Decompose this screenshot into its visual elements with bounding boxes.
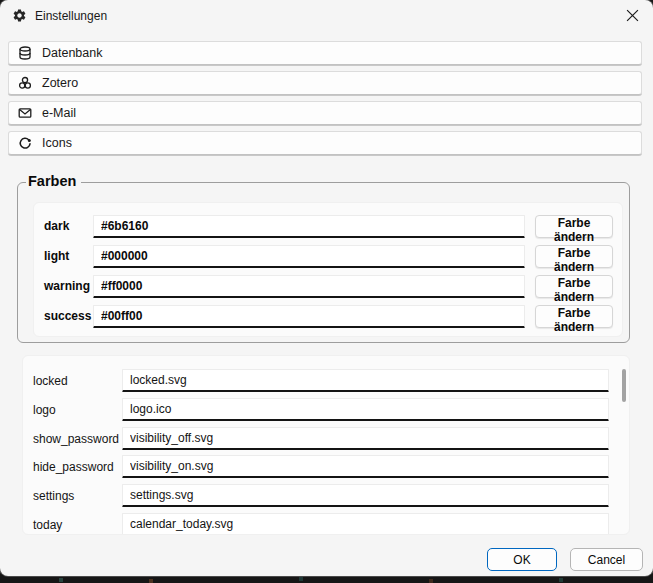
close-icon <box>626 9 639 22</box>
scrollbar-thumb[interactable] <box>622 369 626 402</box>
section-label: Icons <box>42 136 72 150</box>
farben-panel: dark Farbe ändern light Farbe ändern war… <box>33 202 623 337</box>
zotero-icon <box>18 76 32 90</box>
icon-file-label: locked <box>33 374 68 388</box>
icon-files-panel: locked logo show_password hide_password … <box>22 355 630 535</box>
settings-dialog: Einstellungen Datenbank Zotero <box>0 0 653 576</box>
icon-file-input-logo[interactable] <box>122 398 609 421</box>
section-header-zotero[interactable]: Zotero <box>8 71 642 95</box>
section-label: Zotero <box>42 76 78 90</box>
icon-file-input-hide-password[interactable] <box>122 455 609 478</box>
color-row-dark: dark Farbe ändern <box>34 215 622 238</box>
icon-file-row-logo: logo <box>23 398 629 421</box>
color-label: success <box>44 309 91 323</box>
icon-file-input-locked[interactable] <box>122 369 609 392</box>
icon-file-row-today: today <box>23 513 629 535</box>
section-label: Datenbank <box>42 46 102 60</box>
color-row-success: success Farbe ändern <box>34 305 622 328</box>
icon-file-label: settings <box>33 489 74 503</box>
change-color-button-dark[interactable]: Farbe ändern <box>535 215 613 238</box>
change-color-button-success[interactable]: Farbe ändern <box>535 305 613 328</box>
color-value-input-warning[interactable] <box>93 275 525 298</box>
color-row-light: light Farbe ändern <box>34 245 622 268</box>
farben-groupbox: Farben dark Farbe ändern light Farbe änd… <box>17 182 630 343</box>
farben-group-title: Farben <box>26 173 81 189</box>
icon-file-row-locked: locked <box>23 369 629 392</box>
close-button[interactable] <box>611 0 653 31</box>
section-label: e-Mail <box>42 106 76 120</box>
icon-file-input-settings[interactable] <box>122 484 609 507</box>
icon-file-row-settings: settings <box>23 484 629 507</box>
icon-file-row-hide-password: hide_password <box>23 455 629 478</box>
icon-file-input-today[interactable] <box>122 513 609 535</box>
color-label: dark <box>44 219 69 233</box>
cancel-button[interactable]: Cancel <box>570 548 643 571</box>
color-label: warning <box>44 279 90 293</box>
icon-file-label: show_password <box>33 432 119 446</box>
icon-file-label: logo <box>33 403 56 417</box>
icon-file-label: hide_password <box>33 460 114 474</box>
section-header-icons[interactable]: Icons <box>8 131 642 155</box>
icon-file-input-show-password[interactable] <box>122 427 609 450</box>
ok-button[interactable]: OK <box>487 548 557 571</box>
icon-file-label: today <box>33 518 62 532</box>
color-value-input-dark[interactable] <box>93 215 525 238</box>
database-icon <box>18 46 32 60</box>
section-header-email[interactable]: e-Mail <box>8 101 642 125</box>
section-header-datenbank[interactable]: Datenbank <box>8 41 642 65</box>
titlebar: Einstellungen <box>0 0 653 32</box>
change-color-button-light[interactable]: Farbe ändern <box>535 245 613 268</box>
color-value-input-success[interactable] <box>93 305 525 328</box>
color-label: light <box>44 249 69 263</box>
window-title: Einstellungen <box>35 9 107 23</box>
color-row-warning: warning Farbe ändern <box>34 275 622 298</box>
mail-icon <box>18 106 32 120</box>
change-color-button-warning[interactable]: Farbe ändern <box>535 275 613 298</box>
gear-icon <box>12 8 27 23</box>
refresh-icon <box>18 136 32 150</box>
color-value-input-light[interactable] <box>93 245 525 268</box>
icon-file-row-show-password: show_password <box>23 427 629 450</box>
